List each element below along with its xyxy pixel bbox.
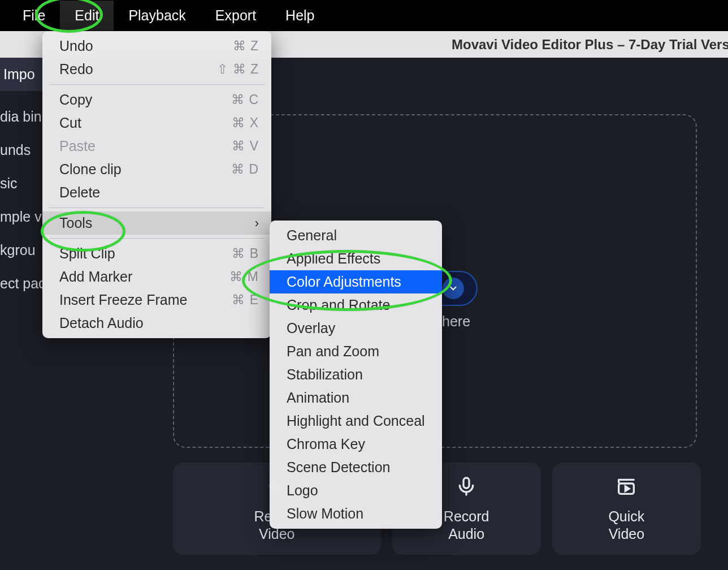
menu-shortcut: ⌘ M (229, 269, 259, 284)
menu-item-label: Animation (287, 390, 349, 406)
menu-item-label: Tools (59, 215, 92, 231)
tools-item-highlight-and-conceal[interactable]: Highlight and Conceal (270, 409, 442, 433)
menu-item-label: Logo (287, 482, 318, 499)
menu-item-label: Overlay (287, 320, 335, 336)
quick-video-button[interactable]: Quick Video (552, 463, 701, 555)
chevron-right-icon: › (255, 216, 259, 231)
menu-item-clone-clip[interactable]: Clone clip ⌘ D (42, 158, 271, 181)
tools-item-overlay[interactable]: Overlay (270, 317, 442, 340)
menu-item-label: Slow Motion (287, 506, 363, 522)
tools-item-general[interactable]: General (270, 224, 442, 247)
menu-item-copy[interactable]: Copy ⌘ C (42, 88, 271, 111)
menu-item-label: Scene Detection (287, 459, 390, 476)
menu-item-label: Undo (59, 38, 93, 54)
svg-rect-2 (463, 478, 469, 488)
sidebar-item-sounds[interactable]: unds (0, 133, 43, 167)
sidebar-item-effect-packs[interactable]: ect pac (0, 267, 43, 300)
tools-item-pan-and-zoom[interactable]: Pan and Zoom (270, 340, 442, 363)
menu-item-label: Stabilization (287, 366, 363, 383)
menu-item-delete[interactable]: Delete (42, 181, 271, 204)
menu-item-label: Pan and Zoom (287, 343, 379, 360)
sidebar-item-background[interactable]: kgrou (0, 234, 43, 267)
menu-shortcut: ⌘ E (232, 292, 259, 308)
menubar: File Edit Playback Export Help (0, 0, 728, 31)
menu-shortcut: ⌘ D (231, 162, 259, 177)
microphone-icon (455, 475, 478, 500)
tools-item-applied-effects[interactable]: Applied Effects (270, 247, 442, 270)
quick-video-label: Quick Video (608, 508, 644, 543)
menu-shortcut: ⇧ ⌘ Z (217, 62, 259, 77)
menu-separator (49, 208, 265, 208)
menu-file[interactable]: File (8, 1, 60, 31)
tools-item-animation[interactable]: Animation (270, 386, 442, 409)
menu-item-label: Crop and Rotate (287, 297, 390, 313)
tools-submenu-panel: General Applied Effects Color Adjustment… (270, 221, 442, 529)
sidebar-item-music[interactable]: sic (0, 167, 43, 200)
sidebar: Impo dia bin unds sic mple vi kgrou ect … (0, 58, 43, 300)
sidebar-list: dia bin unds sic mple vi kgrou ect pac (0, 91, 43, 300)
menu-item-label: Detach Audio (59, 315, 144, 331)
menu-item-label: Paste (59, 138, 96, 154)
sidebar-item-sample-video[interactable]: mple vi (0, 200, 43, 234)
menu-help[interactable]: Help (271, 1, 329, 31)
menu-shortcut: ⌘ B (232, 246, 259, 261)
menu-item-tools[interactable]: Tools › (42, 211, 271, 235)
menu-edit[interactable]: Edit (60, 1, 114, 31)
menu-item-label: Clone clip (59, 161, 122, 178)
window-title: Movavi Video Editor Plus – 7-Day Trial V… (364, 37, 728, 53)
tools-item-scene-detection[interactable]: Scene Detection (270, 456, 442, 479)
menu-shortcut: ⌘ Z (233, 38, 259, 54)
tools-item-crop-and-rotate[interactable]: Crop and Rotate (270, 293, 442, 317)
menu-shortcut: ⌘ C (231, 92, 259, 107)
menu-item-insert-freeze-frame[interactable]: Insert Freeze Frame ⌘ E (42, 288, 271, 312)
menu-shortcut: ⌘ V (232, 139, 259, 154)
menu-item-label: Add Marker (59, 269, 132, 285)
menu-separator (49, 238, 265, 239)
menu-item-label: Applied Effects (287, 251, 380, 267)
menu-item-detach-audio[interactable]: Detach Audio (42, 312, 271, 335)
menu-item-label: Cut (59, 115, 81, 131)
edit-menu-panel: Undo ⌘ Z Redo ⇧ ⌘ Z Copy ⌘ C Cut ⌘ X Pas… (42, 31, 271, 338)
menu-item-split-clip[interactable]: Split Clip ⌘ B (42, 242, 271, 265)
menu-item-paste: Paste ⌘ V (42, 135, 271, 158)
menu-item-redo[interactable]: Redo ⇧ ⌘ Z (42, 58, 271, 81)
menu-item-label: Split Clip (59, 245, 115, 262)
menu-item-label: Delete (59, 184, 100, 201)
menu-item-label: Redo (59, 61, 93, 77)
tools-item-color-adjustments[interactable]: Color Adjustments (270, 270, 442, 293)
menu-item-label: General (287, 227, 337, 244)
menu-export[interactable]: Export (201, 1, 271, 31)
menu-item-label: Insert Freeze Frame (59, 292, 187, 308)
quickvideo-icon (615, 475, 638, 500)
menu-item-add-marker[interactable]: Add Marker ⌘ M (42, 265, 271, 288)
tools-item-stabilization[interactable]: Stabilization (270, 363, 442, 386)
menu-shortcut: ⌘ X (232, 115, 259, 131)
menu-item-cut[interactable]: Cut ⌘ X (42, 111, 271, 135)
svg-marker-4 (626, 486, 630, 491)
menu-item-label: Copy (59, 92, 92, 108)
menu-playback[interactable]: Playback (114, 1, 200, 31)
tools-item-logo[interactable]: Logo (270, 479, 442, 502)
tools-item-slow-motion[interactable]: Slow Motion (270, 502, 442, 525)
sidebar-item-media-bin[interactable]: dia bin (0, 100, 43, 133)
tools-item-chroma-key[interactable]: Chroma Key (270, 433, 442, 456)
chevron-down-icon[interactable] (443, 278, 464, 299)
menu-separator (49, 84, 265, 85)
menu-item-undo[interactable]: Undo ⌘ Z (42, 34, 271, 58)
menu-item-label: Chroma Key (287, 436, 365, 452)
record-audio-label: Record Audio (444, 508, 489, 543)
menu-item-label: Color Adjustments (287, 274, 401, 290)
sidebar-tab-import[interactable]: Impo (0, 58, 43, 91)
menu-item-label: Highlight and Conceal (287, 413, 425, 429)
